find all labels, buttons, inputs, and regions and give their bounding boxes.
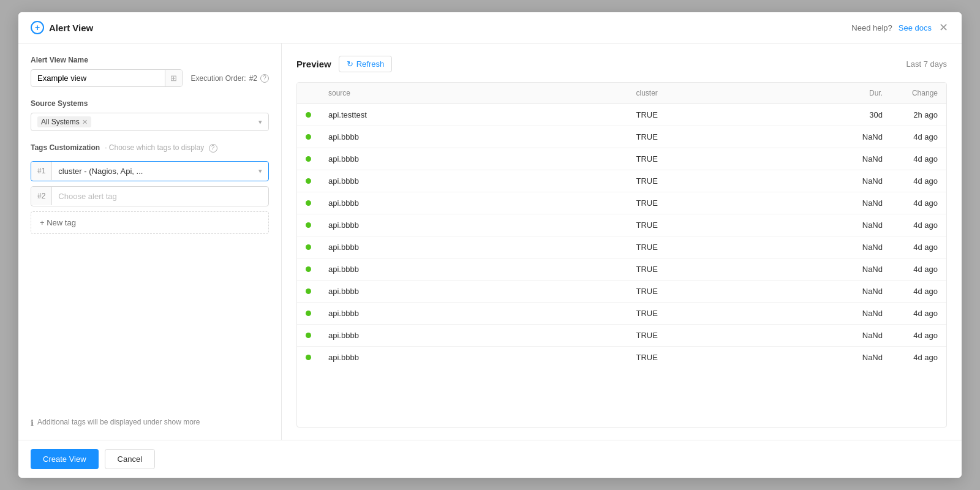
alert-view-name-label: Alert View Name bbox=[31, 56, 269, 64]
tag-row-2: #2 Choose alert tag bbox=[31, 186, 269, 206]
change-cell: 4d ago bbox=[891, 148, 946, 170]
cluster-cell: TRUE bbox=[627, 236, 842, 258]
source-systems-chips: All Systems ✕ bbox=[37, 116, 91, 127]
table-row: api.bbbb TRUE NaNd 4d ago bbox=[297, 214, 946, 236]
preview-header: Preview ↻ Refresh Last 7 days bbox=[296, 56, 947, 72]
tag-1-select[interactable]: cluster - (Nagios, Api, ... ▾ bbox=[52, 162, 268, 181]
source-cell: api.bbbb bbox=[320, 258, 627, 281]
tags-customization-section: Tags Customization · Choose which tags t… bbox=[31, 143, 269, 234]
source-systems-field: Source Systems All Systems ✕ ▾ bbox=[31, 99, 269, 143]
status-dot bbox=[306, 200, 311, 206]
dur-cell: 30d bbox=[842, 104, 891, 126]
execution-order: Execution Order: #2 ? bbox=[191, 74, 269, 83]
tags-section-sub: · Choose which tags to display ? bbox=[105, 143, 217, 153]
status-dot bbox=[306, 355, 311, 360]
status-cell bbox=[297, 192, 320, 214]
status-cell bbox=[297, 258, 320, 281]
change-cell: 4d ago bbox=[891, 347, 946, 369]
table-row: api.testtest TRUE 30d 2h ago bbox=[297, 104, 946, 126]
dur-cell: NaNd bbox=[842, 214, 891, 236]
tag-row-1: #1 cluster - (Nagios, Api, ... ▾ bbox=[31, 161, 269, 181]
refresh-label: Refresh bbox=[356, 59, 385, 69]
execution-order-value: #2 bbox=[249, 74, 257, 83]
modal-footer: Create View Cancel bbox=[18, 440, 962, 478]
close-button[interactable]: ✕ bbox=[938, 21, 949, 34]
source-cell: api.testtest bbox=[320, 104, 627, 126]
create-view-button[interactable]: Create View bbox=[31, 449, 99, 469]
dur-cell: NaNd bbox=[842, 303, 891, 325]
modal-title: + Alert View bbox=[31, 21, 93, 34]
col-header-status bbox=[297, 83, 320, 104]
status-dot bbox=[306, 178, 311, 184]
cluster-cell: TRUE bbox=[627, 303, 842, 325]
alert-view-name-field: Alert View Name ⊞ Execution Order: #2 ? bbox=[31, 56, 269, 99]
dur-cell: NaNd bbox=[842, 347, 891, 369]
all-systems-chip-remove[interactable]: ✕ bbox=[82, 118, 88, 126]
status-cell bbox=[297, 347, 320, 369]
cluster-cell: TRUE bbox=[627, 104, 842, 126]
change-cell: 4d ago bbox=[891, 258, 946, 281]
status-cell bbox=[297, 170, 320, 192]
change-cell: 2h ago bbox=[891, 104, 946, 126]
left-panel: Alert View Name ⊞ Execution Order: #2 ? bbox=[18, 43, 282, 440]
change-cell: 4d ago bbox=[891, 170, 946, 192]
execution-order-help-icon[interactable]: ? bbox=[260, 74, 269, 83]
source-cell: api.bbbb bbox=[320, 303, 627, 325]
status-cell bbox=[297, 236, 320, 258]
modal-title-text: Alert View bbox=[49, 23, 93, 33]
change-cell: 4d ago bbox=[891, 192, 946, 214]
dur-cell: NaNd bbox=[842, 170, 891, 192]
source-systems-select[interactable]: All Systems ✕ ▾ bbox=[31, 113, 269, 131]
refresh-button[interactable]: ↻ Refresh bbox=[339, 56, 393, 72]
source-systems-chevron: ▾ bbox=[258, 118, 262, 126]
status-cell bbox=[297, 104, 320, 126]
status-dot bbox=[306, 288, 311, 294]
status-cell bbox=[297, 148, 320, 170]
dur-cell: NaNd bbox=[842, 258, 891, 281]
cluster-cell: TRUE bbox=[627, 148, 842, 170]
source-systems-label: Source Systems bbox=[31, 99, 269, 108]
need-help-text: Need help? bbox=[851, 23, 892, 32]
preview-title: Preview bbox=[296, 59, 331, 69]
status-cell bbox=[297, 281, 320, 303]
cancel-button[interactable]: Cancel bbox=[105, 449, 155, 469]
modal-body: Alert View Name ⊞ Execution Order: #2 ? bbox=[18, 43, 962, 440]
status-cell bbox=[297, 126, 320, 148]
see-docs-link[interactable]: See docs bbox=[899, 23, 932, 32]
status-cell bbox=[297, 303, 320, 325]
cluster-cell: TRUE bbox=[627, 258, 842, 281]
change-cell: 4d ago bbox=[891, 126, 946, 148]
source-cell: api.bbbb bbox=[320, 325, 627, 347]
preview-table: source cluster Dur. Change api.testtest … bbox=[297, 83, 946, 368]
table-row: api.bbbb TRUE NaNd 4d ago bbox=[297, 303, 946, 325]
status-dot bbox=[306, 112, 311, 118]
cluster-cell: TRUE bbox=[627, 347, 842, 369]
tag-2-select[interactable]: Choose alert tag bbox=[52, 187, 268, 206]
tag-1-chevron: ▾ bbox=[258, 167, 262, 175]
all-systems-chip-label: All Systems bbox=[41, 118, 80, 126]
source-cell: api.bbbb bbox=[320, 126, 627, 148]
alert-view-name-input[interactable] bbox=[31, 70, 165, 86]
grid-icon[interactable]: ⊞ bbox=[165, 70, 182, 86]
info-icon: ℹ bbox=[31, 418, 34, 428]
table-row: api.bbbb TRUE NaNd 4d ago bbox=[297, 170, 946, 192]
preview-table-container[interactable]: source cluster Dur. Change api.testtest … bbox=[296, 82, 947, 428]
modal-header: + Alert View Need help? See docs ✕ bbox=[18, 12, 962, 43]
dur-cell: NaNd bbox=[842, 126, 891, 148]
table-header-row: source cluster Dur. Change bbox=[297, 83, 946, 104]
status-cell bbox=[297, 214, 320, 236]
dur-cell: NaNd bbox=[842, 148, 891, 170]
alert-view-name-row: ⊞ Execution Order: #2 ? bbox=[31, 69, 269, 87]
change-cell: 4d ago bbox=[891, 281, 946, 303]
dur-cell: NaNd bbox=[842, 192, 891, 214]
refresh-icon: ↻ bbox=[347, 59, 353, 69]
source-cell: api.bbbb bbox=[320, 281, 627, 303]
dur-cell: NaNd bbox=[842, 325, 891, 347]
cluster-cell: TRUE bbox=[627, 281, 842, 303]
tags-help-icon[interactable]: ? bbox=[209, 144, 217, 153]
tag-1-value: cluster - (Nagios, Api, ... bbox=[58, 167, 143, 176]
cluster-cell: TRUE bbox=[627, 126, 842, 148]
new-tag-button[interactable]: + New tag bbox=[31, 211, 269, 234]
source-cell: api.bbbb bbox=[320, 170, 627, 192]
dur-cell: NaNd bbox=[842, 281, 891, 303]
